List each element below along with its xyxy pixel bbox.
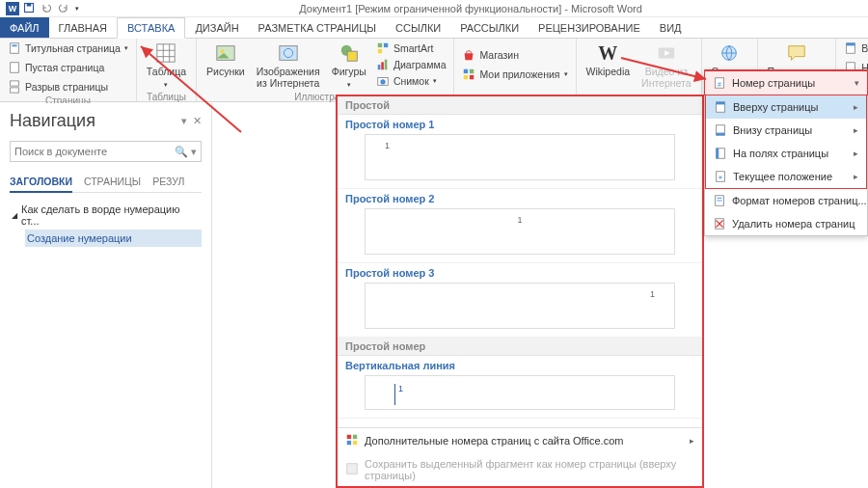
online-pictures-button[interactable]: Изображения из Интернета xyxy=(253,41,324,91)
menu-current-position[interactable]: # Текущее положение▸ xyxy=(706,165,866,188)
screenshot-button[interactable]: Снимок▾ xyxy=(374,73,448,89)
smartart-button[interactable]: SmartArt xyxy=(374,41,448,56)
tab-home[interactable]: ГЛАВНАЯ xyxy=(49,17,117,38)
pictures-button[interactable]: Рисунки xyxy=(203,41,249,91)
gallery-save-selection: Сохранить выделенный фрагмент как номер … xyxy=(338,453,702,486)
pin-icon[interactable]: ▾ xyxy=(181,115,187,127)
svg-rect-22 xyxy=(381,62,384,69)
wikipedia-button[interactable]: WWikipedia xyxy=(583,41,635,91)
nav-tab-results[interactable]: РЕЗУЛ xyxy=(152,172,184,192)
tab-file[interactable]: ФАЙЛ xyxy=(0,17,49,38)
my-apps-button[interactable]: Мои приложения▾ xyxy=(460,67,569,82)
svg-rect-33 xyxy=(847,43,855,46)
menu-title[interactable]: # Номер страницы▾ xyxy=(704,70,868,95)
page-number-gallery: Простой Простой номер 1 1 Простой номер … xyxy=(336,95,704,488)
navigation-heading: Навигация ▾ ✕ xyxy=(10,111,202,131)
svg-rect-43 xyxy=(717,102,725,105)
svg-rect-47 xyxy=(717,149,719,159)
svg-point-25 xyxy=(380,79,385,84)
save-icon[interactable] xyxy=(23,2,35,15)
menu-page-margins[interactable]: На полях страницы▸ xyxy=(706,142,866,165)
ribbon-tabs: ФАЙЛ ГЛАВНАЯ ВСТАВКА ДИЗАЙН РАЗМЕТКА СТР… xyxy=(0,17,868,39)
svg-rect-28 xyxy=(464,75,468,79)
tab-view[interactable]: ВИД xyxy=(650,17,692,38)
search-icon[interactable]: 🔍 ▾ xyxy=(175,146,197,158)
svg-rect-60 xyxy=(347,464,358,474)
menu-format-numbers[interactable]: Формат номеров страниц... xyxy=(705,189,867,212)
tab-references[interactable]: ССЫЛКИ xyxy=(386,17,450,38)
menu-remove-numbers[interactable]: Удалить номера страниц xyxy=(705,212,867,235)
nav-tabs: ЗАГОЛОВКИ СТРАНИЦЫ РЕЗУЛ xyxy=(10,172,202,193)
title-page-button[interactable]: Титульная страница▾ xyxy=(6,41,130,56)
tab-design[interactable]: ДИЗАЙН xyxy=(185,17,248,38)
nav-tab-headings[interactable]: ЗАГОЛОВКИ xyxy=(10,172,72,193)
svg-rect-27 xyxy=(470,69,474,73)
search-box[interactable]: 🔍 ▾ xyxy=(10,141,202,162)
tree-root[interactable]: ◢Как сделать в ворде нумерацию ст... xyxy=(10,201,202,230)
svg-rect-57 xyxy=(353,435,357,439)
svg-rect-2 xyxy=(11,43,19,54)
svg-text:#: # xyxy=(718,81,721,88)
svg-rect-5 xyxy=(11,81,19,86)
svg-rect-58 xyxy=(347,441,351,445)
gallery-item-3[interactable]: Простой номер 3 1 xyxy=(338,263,702,338)
close-nav-icon[interactable]: ✕ xyxy=(193,115,202,127)
menu-top-of-page[interactable]: Вверху страницы▸ xyxy=(706,95,866,119)
gallery-item-1[interactable]: Простой номер 1 1 xyxy=(338,115,702,189)
svg-rect-29 xyxy=(470,75,474,79)
page-break-button[interactable]: Разрыв страницы xyxy=(6,79,130,95)
svg-rect-20 xyxy=(378,49,382,53)
svg-rect-17 xyxy=(347,51,357,61)
tab-layout[interactable]: РАЗМЕТКА СТРАНИЦЫ xyxy=(249,17,386,38)
gallery-item-2[interactable]: Простой номер 2 1 xyxy=(338,189,702,263)
svg-rect-7 xyxy=(157,44,175,62)
save-selection-icon xyxy=(345,462,359,477)
tables-group-label: Таблицы xyxy=(143,91,190,103)
table-button[interactable]: Таблица ▾ xyxy=(143,41,190,91)
svg-rect-1 xyxy=(27,3,32,6)
title-bar: W ▾ Документ1 [Режим ограниченной функци… xyxy=(0,0,868,17)
svg-rect-45 xyxy=(717,133,725,136)
svg-point-13 xyxy=(220,49,224,53)
svg-rect-14 xyxy=(280,46,297,61)
online-video-button[interactable]: Видео из Интернета xyxy=(637,41,695,91)
tree-child[interactable]: Создание нумерации xyxy=(25,230,202,247)
gallery-more-office[interactable]: Дополнительные номера страниц с сайта Of… xyxy=(338,428,702,453)
gallery-item-4[interactable]: Вертикальная линия 1 xyxy=(338,356,702,419)
headings-tree: ◢Как сделать в ворде нумерацию ст... Соз… xyxy=(10,201,202,247)
search-input[interactable] xyxy=(14,146,175,157)
redo-icon[interactable] xyxy=(58,2,69,15)
tab-insert[interactable]: ВСТАВКА xyxy=(117,17,185,39)
blank-page-button[interactable]: Пустая страница xyxy=(6,60,130,75)
svg-rect-3 xyxy=(12,45,16,47)
chart-button[interactable]: Диаграмма xyxy=(374,57,448,72)
svg-rect-4 xyxy=(11,63,19,73)
nav-tab-pages[interactable]: СТРАНИЦЫ xyxy=(84,172,141,192)
svg-rect-6 xyxy=(11,88,19,93)
word-icon: W xyxy=(6,2,19,15)
tab-review[interactable]: РЕЦЕНЗИРОВАНИЕ xyxy=(529,17,650,38)
navigation-pane: Навигация ▾ ✕ 🔍 ▾ ЗАГОЛОВКИ СТРАНИЦЫ РЕЗ… xyxy=(0,103,212,488)
undo-icon[interactable] xyxy=(41,2,52,15)
svg-rect-19 xyxy=(384,43,388,47)
svg-rect-56 xyxy=(347,435,351,439)
svg-rect-59 xyxy=(353,441,357,445)
svg-rect-26 xyxy=(464,69,468,73)
tab-mailings[interactable]: РАССЫЛКИ xyxy=(450,17,529,38)
header-button[interactable]: Верхний колонтитул▾ xyxy=(842,41,868,56)
store-button[interactable]: Магазин xyxy=(460,47,569,63)
svg-text:#: # xyxy=(719,174,722,180)
menu-bottom-of-page[interactable]: Внизу страницы▸ xyxy=(706,119,866,142)
page-number-menu: # Номер страницы▾ Вверху страницы▸ Внизу… xyxy=(704,69,868,236)
office-icon xyxy=(345,433,359,448)
svg-rect-23 xyxy=(385,60,388,70)
window-title: Документ1 [Режим ограниченной функционал… xyxy=(79,3,862,14)
gallery-section-simple: Простой xyxy=(338,96,702,115)
gallery-section-simple-num: Простой номер xyxy=(338,338,702,356)
chevron-down-icon: ◢ xyxy=(12,211,17,220)
svg-rect-18 xyxy=(378,43,382,47)
shapes-button[interactable]: Фигуры ▾ xyxy=(328,41,370,91)
svg-rect-21 xyxy=(378,65,381,69)
